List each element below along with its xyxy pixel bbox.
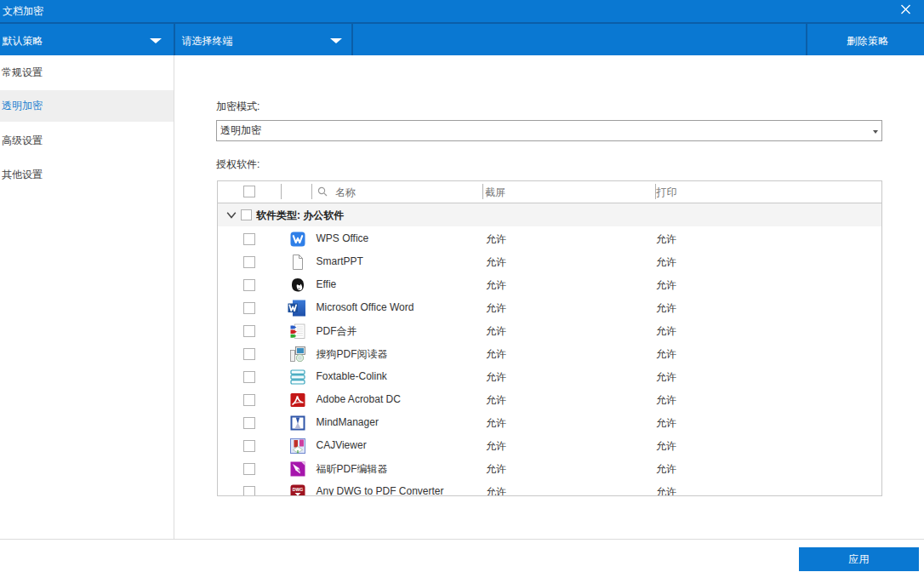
svg-text:DWG: DWG <box>293 486 304 491</box>
